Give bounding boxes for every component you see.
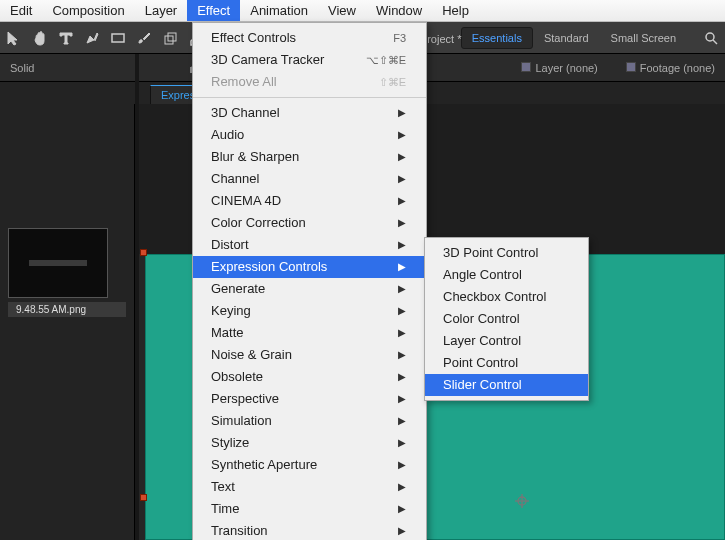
footage-none-label: Footage (none) <box>640 62 715 74</box>
menu-help[interactable]: Help <box>432 0 479 21</box>
submenu-arrow-icon: ▶ <box>398 434 406 452</box>
submenu-arrow-icon: ▶ <box>398 214 406 232</box>
search-icon[interactable] <box>703 30 719 46</box>
submenuitem-point-control[interactable]: Point Control <box>425 352 588 374</box>
submenu-arrow-icon: ▶ <box>398 280 406 298</box>
menuitem-time[interactable]: Time▶ <box>193 498 426 520</box>
submenuitem-slider-control[interactable]: Slider Control <box>425 374 588 396</box>
menuitem-expression-controls[interactable]: Expression Controls▶ <box>193 256 426 278</box>
submenu-arrow-icon: ▶ <box>398 324 406 342</box>
menu-composition[interactable]: Composition <box>42 0 134 21</box>
workspace-essentials[interactable]: Essentials <box>461 27 533 49</box>
menuitem-label: Effect Controls <box>211 29 296 47</box>
submenuitem-layer-control[interactable]: Layer Control <box>425 330 588 352</box>
selection-handle[interactable] <box>140 249 147 256</box>
expression-controls-submenu: 3D Point Control Angle Control Checkbox … <box>424 237 589 401</box>
submenuitem-checkbox-control[interactable]: Checkbox Control <box>425 286 588 308</box>
submenuitem-3d-point-control[interactable]: 3D Point Control <box>425 242 588 264</box>
pen-tool-icon[interactable] <box>84 30 100 46</box>
menuitem-generate[interactable]: Generate▶ <box>193 278 426 300</box>
menuitem-text[interactable]: Text▶ <box>193 476 426 498</box>
svg-rect-0 <box>112 34 124 42</box>
menuitem-label: Channel <box>211 170 259 188</box>
brush-tool-icon[interactable] <box>136 30 152 46</box>
menuitem-label: Remove All <box>211 73 277 91</box>
submenu-arrow-icon: ▶ <box>398 302 406 320</box>
menuitem-label: 3D Channel <box>211 104 280 122</box>
svg-point-3 <box>706 33 714 41</box>
svg-rect-2 <box>168 33 176 41</box>
menuitem-distort[interactable]: Distort▶ <box>193 234 426 256</box>
menu-effect[interactable]: Effect <box>187 0 240 21</box>
menuitem-keying[interactable]: Keying▶ <box>193 300 426 322</box>
menuitem-blur-sharpen[interactable]: Blur & Sharpen▶ <box>193 146 426 168</box>
submenu-arrow-icon: ▶ <box>398 390 406 408</box>
submenu-arrow-icon: ▶ <box>398 368 406 386</box>
menu-view[interactable]: View <box>318 0 366 21</box>
footage-checkbox-icon[interactable] <box>626 62 636 72</box>
menuitem-label: Checkbox Control <box>443 288 546 306</box>
menuitem-obsolete[interactable]: Obsolete▶ <box>193 366 426 388</box>
menuitem-label: Color Control <box>443 310 520 328</box>
selection-handle[interactable] <box>140 494 147 501</box>
menuitem-label: Expression Controls <box>211 258 327 276</box>
menuitem-label: Keying <box>211 302 251 320</box>
clone-tool-icon[interactable] <box>162 30 178 46</box>
menuitem-noise-grain[interactable]: Noise & Grain▶ <box>193 344 426 366</box>
menuitem-audio[interactable]: Audio▶ <box>193 124 426 146</box>
menuitem-label: Layer Control <box>443 332 521 350</box>
menuitem-perspective[interactable]: Perspective▶ <box>193 388 426 410</box>
menu-animation[interactable]: Animation <box>240 0 318 21</box>
submenuitem-angle-control[interactable]: Angle Control <box>425 264 588 286</box>
hand-tool-icon[interactable] <box>32 30 48 46</box>
layer-checkbox-icon[interactable] <box>521 62 531 72</box>
menuitem-3d-channel[interactable]: 3D Channel▶ <box>193 102 426 124</box>
asset-filename[interactable]: 9.48.55 AM.png <box>8 302 126 317</box>
submenuitem-color-control[interactable]: Color Control <box>425 308 588 330</box>
menuitem-label: Blur & Sharpen <box>211 148 299 166</box>
menuitem-synthetic-aperture[interactable]: Synthetic Aperture▶ <box>193 454 426 476</box>
menuitem-shortcut: F3 <box>393 29 406 47</box>
workspace-small[interactable]: Small Screen <box>600 27 687 49</box>
menuitem-label: Generate <box>211 280 265 298</box>
menuitem-matte[interactable]: Matte▶ <box>193 322 426 344</box>
selection-tool-icon[interactable] <box>6 30 22 46</box>
menuitem-label: Text <box>211 478 235 496</box>
submenu-arrow-icon: ▶ <box>398 104 406 122</box>
submenu-arrow-icon: ▶ <box>398 148 406 166</box>
menuitem-label: Angle Control <box>443 266 522 284</box>
shape-tool-icon[interactable] <box>110 30 126 46</box>
menuitem-label: Matte <box>211 324 244 342</box>
menu-separator <box>193 97 426 98</box>
menuitem-label: 3D Camera Tracker <box>211 51 324 69</box>
menuitem-label: Point Control <box>443 354 518 372</box>
menuitem-cinema-4d[interactable]: CINEMA 4D▶ <box>193 190 426 212</box>
type-tool-icon[interactable] <box>58 30 74 46</box>
menuitem-stylize[interactable]: Stylize▶ <box>193 432 426 454</box>
solid-label: Solid <box>10 62 34 74</box>
menuitem-label: Time <box>211 500 239 518</box>
menuitem-color-correction[interactable]: Color Correction▶ <box>193 212 426 234</box>
menuitem-label: Distort <box>211 236 249 254</box>
panel-divider[interactable] <box>135 54 139 540</box>
menuitem-label: Simulation <box>211 412 272 430</box>
menuitem-transition[interactable]: Transition▶ <box>193 520 426 540</box>
menuitem-label: Synthetic Aperture <box>211 456 317 474</box>
menuitem-remove-all: Remove All ⇧⌘E <box>193 71 426 93</box>
menuitem-3d-camera-tracker[interactable]: 3D Camera Tracker ⌥⇧⌘E <box>193 49 426 71</box>
menu-edit[interactable]: Edit <box>0 0 42 21</box>
menuitem-channel[interactable]: Channel▶ <box>193 168 426 190</box>
menuitem-simulation[interactable]: Simulation▶ <box>193 410 426 432</box>
menu-window[interactable]: Window <box>366 0 432 21</box>
workspace-tabs: Essentials Standard Small Screen <box>461 27 687 49</box>
menuitem-shortcut: ⌥⇧⌘E <box>366 51 406 69</box>
submenu-arrow-icon: ▶ <box>398 500 406 518</box>
asset-thumbnail[interactable] <box>8 228 108 298</box>
svg-rect-1 <box>165 36 173 44</box>
anchor-point-icon[interactable] <box>515 494 529 508</box>
menuitem-label: CINEMA 4D <box>211 192 281 210</box>
menuitem-shortcut: ⇧⌘E <box>379 73 406 91</box>
workspace-standard[interactable]: Standard <box>533 27 600 49</box>
menu-layer[interactable]: Layer <box>135 0 188 21</box>
menuitem-effect-controls[interactable]: Effect Controls F3 <box>193 27 426 49</box>
